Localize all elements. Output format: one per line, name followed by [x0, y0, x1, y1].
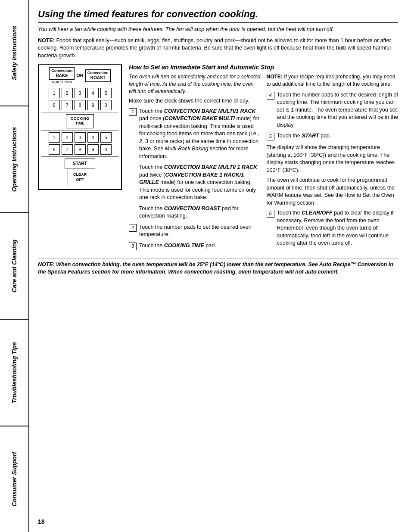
- num-6a: 6: [49, 100, 60, 110]
- num-8b: 8: [75, 144, 86, 155]
- steps-layout: The oven will turn on immediately and co…: [129, 73, 398, 254]
- start-btn: START: [65, 159, 95, 168]
- step-5: 5 Touch the START pad.: [267, 132, 399, 140]
- note-text: NOTE: Foods that spoil easily—such as mi…: [38, 37, 398, 60]
- convection-bake-btn: ConvectionBAKE Multi / 1 Rack: [49, 67, 75, 84]
- num-4b: 4: [87, 132, 99, 143]
- sidebar-section-safety: Safety Instructions: [0, 0, 28, 106]
- panel-top-row: ConvectionBAKE Multi / 1 Rack OR Convect…: [41, 67, 118, 84]
- intro-text: You will hear a fan while cooking with t…: [38, 26, 398, 34]
- start-row: START: [41, 159, 118, 168]
- step-text-4: Touch the number pads to set the desired…: [277, 91, 399, 129]
- convection-roast-btn: ConvectionROAST: [85, 69, 111, 82]
- num-8a: 8: [75, 100, 86, 110]
- sidebar-section-operating: Operating Instructions: [0, 106, 28, 213]
- step-num-4: 4: [267, 92, 274, 100]
- sidebar-label-safety: Safety Instructions: [11, 26, 18, 80]
- sidebar-section-care: Care and Cleaning: [0, 213, 28, 320]
- clear-btn: CLEAROFF: [68, 170, 92, 185]
- sidebar: Safety Instructions Operating Instructio…: [0, 0, 29, 532]
- note-label: NOTE:: [38, 37, 55, 44]
- continue-note: The oven will continue to cook for the p…: [267, 177, 399, 207]
- number-row-4: 6 7 8 9 0: [41, 144, 118, 155]
- num-3a: 3: [75, 88, 86, 98]
- step-text-1a: Touch the CONVECTION BAKE MULTI/1 RACK p…: [139, 108, 261, 161]
- num-1a: 1: [49, 88, 60, 98]
- cooking-time-btn: COOKINGTIME: [66, 114, 94, 128]
- clear-row: CLEAROFF: [41, 170, 118, 185]
- control-panel: ConvectionBAKE Multi / 1 Rack OR Convect…: [38, 64, 122, 190]
- left-column: ConvectionBAKE Multi / 1 Rack OR Convect…: [38, 64, 122, 254]
- steps-right: NOTE: If your recipe requires preheating…: [267, 73, 399, 254]
- num-7b: 7: [62, 144, 73, 155]
- step-text-1b: Touch the CONVECTION BAKE MULTI/ 1 RACK …: [139, 164, 261, 202]
- bottom-note: NOTE: When convection baking, the oven t…: [38, 258, 398, 276]
- main-content: Using the timed features for convection …: [29, 0, 411, 532]
- step-num-3: 3: [129, 243, 137, 250]
- note-label-right: NOTE:: [267, 74, 283, 80]
- step-1a: 1 Touch the CONVECTION BAKE MULTI/1 RACK…: [129, 108, 261, 161]
- conv-roast-label: ConvectionROAST: [85, 69, 111, 82]
- step-text-5: Touch the START pad.: [277, 132, 399, 140]
- step-3: 3 Touch the COOKING TIME pad.: [129, 242, 261, 250]
- divider-1: [41, 86, 118, 86]
- divider-2: [41, 112, 118, 112]
- step-num-2: 2: [129, 224, 137, 232]
- note-body: Foods that spoil easily—such as milk, eg…: [38, 37, 391, 59]
- num-0b: 0: [100, 144, 112, 155]
- sidebar-label-operating: Operating Instructions: [11, 127, 18, 192]
- display-note: The display will show the changing tempe…: [267, 144, 399, 174]
- step-2: 2 Touch the number pads to set the desir…: [129, 224, 261, 239]
- num-0a: 0: [100, 100, 112, 110]
- num-4a: 4: [87, 88, 99, 98]
- cooking-time-row: COOKINGTIME: [41, 114, 118, 128]
- page-title: Using the timed features for convection …: [38, 9, 398, 23]
- num-3b: 3: [75, 132, 86, 143]
- step-num-5: 5: [267, 133, 274, 140]
- sidebar-section-troubleshooting: Troubleshooting Tips: [0, 320, 28, 426]
- num-6b: 6: [49, 144, 60, 155]
- number-row-3: 1 2 3 4 5: [41, 132, 118, 143]
- page-number: 18: [38, 518, 45, 525]
- steps-left: The oven will turn on immediately and co…: [129, 73, 261, 254]
- step-text-2: Touch the number pads to set the desired…: [139, 224, 261, 239]
- step-1c: Touch the CONVECTION ROAST pad for conve…: [129, 205, 261, 220]
- step-text-3: Touch the COOKING TIME pad.: [139, 242, 261, 250]
- num-7a: 7: [62, 100, 73, 110]
- section-heading: How to Set an Immediate Start and Automa…: [129, 64, 398, 71]
- num-1b: 1: [49, 132, 60, 143]
- step-num-6: 6: [267, 210, 274, 218]
- two-col-layout: ConvectionBAKE Multi / 1 Rack OR Convect…: [38, 64, 398, 254]
- number-row-2: 6 7 8 9 0: [41, 100, 118, 110]
- divider-3: [41, 130, 118, 131]
- sidebar-section-consumer: Consumer Support: [0, 426, 28, 532]
- make-sure-text: Make sure the clock shows the correct ti…: [129, 97, 261, 105]
- sidebar-label-care: Care and Cleaning: [11, 240, 18, 292]
- step-num-1a: 1: [129, 108, 137, 116]
- divider-4: [41, 156, 118, 157]
- step-4: 4 Touch the number pads to set the desir…: [267, 91, 399, 129]
- num-5b: 5: [100, 132, 112, 143]
- num-9b: 9: [87, 144, 99, 155]
- num-9a: 9: [87, 100, 99, 110]
- sidebar-label-consumer: Consumer Support: [11, 452, 18, 507]
- step-1b: Touch the CONVECTION BAKE MULTI/ 1 RACK …: [129, 164, 261, 202]
- or-label: OR: [76, 73, 84, 78]
- multi-rack-label: Multi / 1 Rack: [49, 80, 75, 84]
- num-2a: 2: [62, 88, 73, 98]
- num-5a: 5: [100, 88, 112, 98]
- right-note: NOTE: If your recipe requires preheating…: [267, 73, 399, 88]
- step-text-6: Touch the CLEAR/OFF pad to clear the dis…: [277, 209, 399, 247]
- step-text-1c: Touch the CONVECTION ROAST pad for conve…: [139, 205, 261, 220]
- conv-bake-label: ConvectionBAKE: [49, 67, 75, 80]
- num-2b: 2: [62, 132, 73, 143]
- sub-intro: The oven will turn on immediately and co…: [129, 73, 261, 95]
- number-row-1: 1 2 3 4 5: [41, 88, 118, 98]
- right-column: How to Set an Immediate Start and Automa…: [129, 64, 398, 254]
- sidebar-label-troubleshooting: Troubleshooting Tips: [11, 342, 18, 404]
- step-6: 6 Touch the CLEAR/OFF pad to clear the d…: [267, 209, 399, 247]
